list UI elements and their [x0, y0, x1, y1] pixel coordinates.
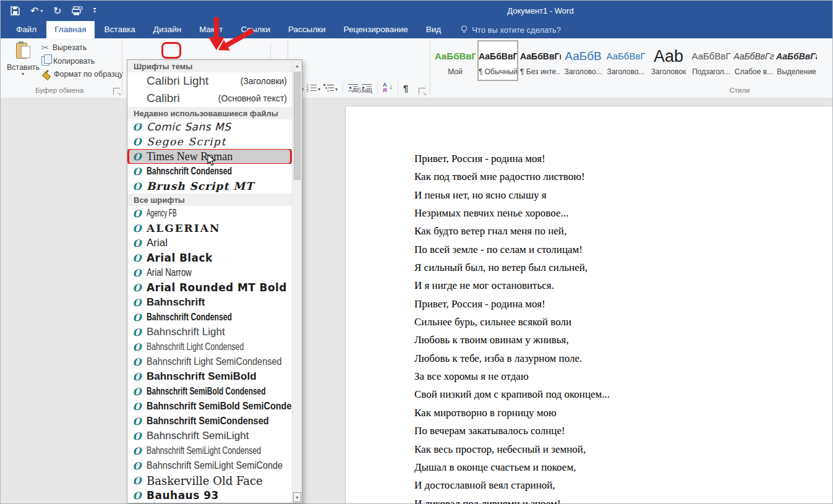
dropdown-scrollbar[interactable]: ▲ ▼	[292, 60, 302, 503]
font-list-item[interactable]: O Comic Sans MS	[127, 119, 292, 134]
font-item-name: Arial	[147, 237, 168, 249]
opentype-icon: O	[132, 327, 142, 338]
font-item-name: Bahnschrift	[147, 296, 205, 309]
font-dropdown-panel: O Шрифты темы O Calibri Light (Заголовки…	[127, 59, 302, 503]
show-marks-button[interactable]: ¶	[403, 83, 408, 93]
font-list-item[interactable]: O Arial Narrow	[127, 265, 292, 280]
opentype-icon: O	[132, 475, 142, 487]
tell-me-box[interactable]: Что вы хотите сделать?	[461, 21, 561, 38]
style-preview: АаБбВвГг,	[520, 45, 561, 67]
style-preview: АаБбВвГг,	[479, 45, 517, 67]
poem-line: И пенья нет, но ясно слышу я	[414, 186, 610, 204]
font-list-item[interactable]: O Bauhaus 93	[127, 488, 292, 503]
font-item-name: Bahnschrift Light Condensed	[147, 341, 244, 353]
font-list-item[interactable]: O Bahnschrift	[127, 295, 292, 310]
font-item-name: Bahnschrift Condensed	[147, 165, 232, 177]
poem-line: И ликовал под ливнями и зноем!..	[414, 495, 610, 504]
font-item-name: Calibri	[147, 92, 180, 105]
font-list-item[interactable]: O Calibri (Основной текст)	[127, 90, 292, 107]
font-list-item[interactable]: O Agency FB	[127, 206, 292, 221]
style-card[interactable]: АаБбВвГг, ¶ Без инте...	[520, 40, 561, 81]
font-list-item[interactable]: O Bahnschrift SemiLight SemiConde	[127, 458, 292, 473]
font-list-item[interactable]: O Calibri Light (Заголовки)	[127, 72, 292, 90]
cut-button[interactable]: ✂ Вырезать	[41, 43, 87, 53]
customize-qat-icon[interactable]: ▾	[93, 8, 96, 14]
ribbon-tab[interactable]: Рассылки	[280, 21, 334, 38]
clipboard-dialog-launcher-icon[interactable]	[113, 88, 120, 95]
font-list-item[interactable]: O Bahnschrift Condensed	[127, 310, 292, 325]
opentype-icon: O	[132, 297, 142, 309]
poem-line: По вечерам закатывалось солнце!	[414, 422, 610, 440]
style-card[interactable]: АаБбВвГг Слабое в...	[733, 40, 774, 81]
poem-line: Дышал в оконце счастьем и покоем,	[414, 458, 610, 476]
paragraph-dialog-launcher-icon[interactable]	[419, 88, 425, 95]
ribbon-tab[interactable]: Вставка	[96, 21, 143, 38]
scrollbar-thumb[interactable]	[294, 72, 301, 180]
font-item-name: Bahnschrift Light SemiCondensed	[147, 356, 281, 368]
font-list-item[interactable]: O Bahnschrift SemiCondensed	[127, 414, 292, 429]
ribbon-tab[interactable]: Рецензирование	[336, 21, 416, 38]
font-item-name: ALGERIAN	[147, 222, 220, 234]
numbering-button[interactable]: 123	[307, 82, 320, 93]
font-list-item[interactable]: O Bahnschrift Light Condensed	[127, 340, 292, 354]
ribbon-tab[interactable]: Дизайн	[145, 21, 189, 38]
copy-label: Копировать	[53, 57, 95, 66]
style-preview: АаБбВвГ	[605, 45, 646, 67]
font-list-item[interactable]: O Arial Black	[127, 250, 292, 265]
font-list-item[interactable]: O Brush Script MT	[127, 179, 292, 194]
poem-line: Я сильный был, но ветер был сильней,	[414, 258, 610, 276]
poem-line: Как миротворно в горницу мою	[414, 404, 610, 422]
style-card[interactable]: АаБбВвГ Заголово...	[605, 40, 646, 81]
poem-line: Любовь к тебе, изба в лазурном поле.	[414, 349, 610, 367]
paragraph-group-label: Абзац	[335, 87, 390, 94]
font-list-item[interactable]: O Bahnschrift SemiBold Condensed	[127, 384, 292, 399]
opentype-icon: O	[132, 121, 142, 133]
font-list-item[interactable]: O Arial	[127, 236, 292, 250]
style-preview: АаБбВвГ	[691, 45, 732, 67]
scrollbar-down-icon[interactable]: ▼	[293, 492, 301, 502]
font-list-item[interactable]: O Baskerville Old Face	[127, 473, 292, 488]
font-dropdown-list: O Шрифты темы O Calibri Light (Заголовки…	[127, 60, 292, 503]
font-list-item[interactable]: O Bahnschrift Light SemiCondensed	[127, 354, 292, 369]
font-item-name: Arial Rounded MT Bold	[147, 281, 287, 294]
font-item-name: Шрифты темы	[134, 62, 192, 71]
style-card[interactable]: Аab Заголовок	[648, 40, 689, 81]
quick-print-icon[interactable]	[72, 6, 83, 16]
save-icon[interactable]	[11, 6, 20, 15]
opentype-icon: O	[132, 267, 142, 279]
font-list-item[interactable]: O Bahnschrift SemiBold SemiConden	[127, 399, 292, 414]
paste-button[interactable]: Вставить ▾	[7, 40, 39, 85]
font-item-name: Bahnschrift SemiLight SemiConde	[147, 459, 283, 472]
font-list-item[interactable]: O Bahnschrift SemiLight	[127, 429, 292, 443]
redo-icon[interactable]: ↻	[53, 6, 61, 16]
poem-line: По всей земле - по селам и столицам!	[414, 241, 610, 258]
font-list-item[interactable]: O Bahnschrift SemiLight Condensed	[127, 443, 292, 458]
poem-line: Привет, Россия - родина моя!	[414, 295, 610, 313]
style-label: Выделение	[776, 67, 817, 76]
font-list-item[interactable]: O Bahnschrift SemiBold	[127, 369, 292, 384]
style-card[interactable]: АаБбВвГг Выделение	[776, 40, 817, 81]
style-card[interactable]: АаБбВ Заголово...	[563, 40, 604, 81]
font-item-name: Brush Script MT	[147, 180, 254, 192]
ribbon-tab[interactable]: Файл	[8, 21, 45, 38]
undo-icon[interactable]: ↶▾	[30, 6, 43, 16]
format-painter-button[interactable]: Формат по образцу	[41, 70, 123, 79]
style-card[interactable]: АаБбВвГ Мой	[435, 40, 476, 81]
poem-line: Как под твоей мне радостно листвою!	[414, 168, 610, 186]
font-list-item[interactable]: O Bahnschrift Light	[127, 325, 292, 340]
font-list-item[interactable]: O Segoe Script	[127, 134, 292, 149]
paste-caret-icon: ▾	[7, 72, 39, 77]
ribbon-tab[interactable]: Главная	[46, 21, 94, 38]
ribbon-tab[interactable]: Вид	[418, 21, 449, 38]
document-page[interactable]: Привет, Россия - родина моя! Как под тво…	[345, 106, 832, 503]
font-item-name: Bahnschrift SemiBold	[147, 370, 257, 383]
font-list-item[interactable]: O ALGERIAN	[127, 221, 292, 236]
copy-button[interactable]: Копировать	[41, 56, 95, 66]
style-label: ¶ Обычный	[479, 67, 517, 76]
font-item-name: Bahnschrift SemiLight	[147, 430, 249, 442]
style-card[interactable]: АаБбВвГ Подзагол...	[691, 40, 732, 81]
font-list-item[interactable]: O Arial Rounded MT Bold	[127, 280, 292, 295]
style-card[interactable]: АаБбВвГг, ¶ Обычный	[477, 40, 518, 81]
scrollbar-up-icon[interactable]: ▲	[293, 61, 301, 70]
annotation-arrow-diagonal	[216, 27, 257, 53]
